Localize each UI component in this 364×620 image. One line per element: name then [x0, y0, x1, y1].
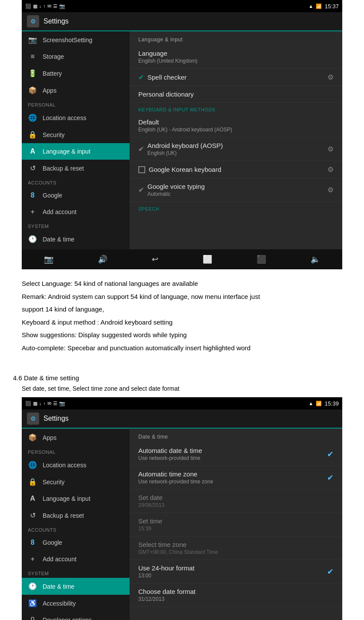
voicetyping-settings-icon[interactable]: ⚙ [327, 186, 334, 194]
panel-section-title-1: Language & input [130, 31, 342, 45]
panel-item-spellchecker[interactable]: ✔ Spell checker ⚙ [130, 69, 342, 86]
use24h-texts: Use 24-hour format 13:00 [138, 564, 194, 579]
sidebar-item-language[interactable]: A Language & input [22, 143, 130, 160]
battery-label: Battery [43, 70, 62, 77]
screenshot-label: ScreenshotSetting [43, 37, 92, 44]
default-texts: Default English (UK) - Android keyboard … [138, 118, 232, 133]
panel-item-default[interactable]: Default English (UK) - Android keyboard … [130, 114, 342, 137]
storage-icon: ≡ [28, 53, 37, 60]
autozone-title: Automatic time zone [138, 470, 213, 478]
desc-line-6: Auto-complete: Specebar and punctuation … [22, 342, 351, 354]
sidebar2-item-addaccount[interactable]: + Add account [22, 551, 130, 567]
status-icons-1: ⬛ ▦ ↓ ↑ ✉ ☰ 📷 [25, 3, 65, 9]
sidebar2-item-developer[interactable]: {} Developer options [22, 612, 130, 620]
dateformat-texts: Choose date format 31/12/2013 [138, 588, 196, 602]
spellchecker-settings-icon[interactable]: ⚙ [327, 73, 334, 81]
nav-home-btn[interactable]: ⬜ [203, 255, 212, 264]
personal-label-2: PERSONAL [22, 446, 130, 456]
settings-body-1: 📷 ScreenshotSetting ≡ Storage 🔋 Battery … [22, 31, 342, 249]
koreankb-checkbox[interactable] [138, 166, 145, 173]
panel2-item-autodate[interactable]: Automatic date & time Use network-provid… [130, 442, 342, 466]
sidebar-item-storage[interactable]: ≡ Storage [22, 48, 130, 65]
settings-title-1: Settings [43, 17, 69, 25]
sidebar-item-security[interactable]: 🔒 Security [22, 126, 130, 143]
panel2-item-dateformat[interactable]: Choose date format 31/12/2013 [130, 583, 342, 607]
panel-item-personaldict[interactable]: Personal dictionary [130, 86, 342, 103]
settings-icon-symbol-2: ⚙ [30, 415, 36, 422]
personaldict-texts: Personal dictionary [138, 90, 194, 98]
autodate-title: Automatic date & time [138, 447, 202, 454]
sidebar2-item-apps[interactable]: 📦 Apps [22, 429, 130, 446]
sidebar2-item-accessibility[interactable]: ♿ Accessibility [22, 595, 130, 612]
nav-recents-btn[interactable]: ⬛ [257, 255, 266, 264]
sidebar-item-location[interactable]: 🌐 Location access [22, 109, 130, 126]
language2-label: Language & input [43, 495, 90, 502]
sidebar2-item-google[interactable]: 8 Google [22, 534, 130, 551]
voicetyping-subtitle: Automatic [147, 191, 205, 197]
status-icon-6: ☰ [53, 3, 57, 9]
androidkb-check-icon: ✔ [138, 145, 144, 153]
settings-header-1: ⚙ Settings [22, 12, 342, 31]
main-panel-1: Language & input Language English (Unite… [130, 31, 342, 249]
koreankb-settings-icon[interactable]: ⚙ [327, 165, 334, 174]
sidebar-1: 📷 ScreenshotSetting ≡ Storage 🔋 Battery … [22, 31, 130, 249]
accounts-label-1: ACCOUNTS [22, 177, 130, 187]
section46-heading: 4.6 Date & time setting [13, 374, 351, 382]
datetime2-icon: 🕐 [28, 582, 37, 590]
panel2-item-autozone[interactable]: Automatic time zone Use network-provided… [130, 466, 342, 489]
sidebar-item-addaccount[interactable]: + Add account [22, 204, 130, 220]
nav-back-btn[interactable]: ↩ [152, 255, 158, 264]
location-icon: 🌐 [28, 114, 37, 122]
setdate-title: Set date [138, 494, 164, 501]
status-icon-4: ↑ [43, 3, 46, 9]
autodate-subtitle: Use network-provided time [138, 455, 202, 461]
timezone-texts: Select time zone GMT+08:00, China Standa… [138, 541, 218, 555]
accounts-label-2: ACCOUNTS [22, 524, 130, 534]
sidebar-item-screenshot[interactable]: 📷 ScreenshotSetting [22, 31, 130, 48]
default-subtitle: English (UK) - Android keyboard (AOSP) [138, 127, 232, 133]
sidebar2-item-location[interactable]: 🌐 Location access [22, 456, 130, 473]
main-panel-2: Date & time Automatic date & time Use ne… [130, 429, 342, 620]
koreankb-texts: Google Korean keyboard [149, 166, 221, 173]
sidebar2-item-security[interactable]: 🔒 Security [22, 473, 130, 490]
panel-item-koreankb[interactable]: Google Korean keyboard ⚙ [130, 161, 342, 178]
desc-line-2: Remark: Android system can support 54 ki… [22, 291, 351, 302]
autozone-check-icon: ✔ [327, 473, 334, 483]
nav-vol-btn[interactable]: 🔊 [98, 255, 107, 264]
desc-line-1: Select Language: 54 kind of national lan… [22, 278, 351, 289]
panel2-section-title: Date & time [130, 429, 342, 442]
panel2-item-settime: Set time 15:39 [130, 513, 342, 536]
panel-item-language[interactable]: Language English (United Kingdom) [130, 45, 342, 69]
status2-icon-2: ▦ [33, 401, 37, 406]
system-label-2: SYSTEM [22, 567, 130, 578]
sidebar2-item-language[interactable]: A Language & input [22, 490, 130, 507]
sidebar2-item-datetime[interactable]: 🕐 Date & time [22, 578, 130, 595]
nav-vol2-btn[interactable]: 🔈 [311, 255, 320, 264]
sidebar-item-apps[interactable]: 📦 Apps [22, 82, 130, 99]
time-display-2: 15:39 [324, 400, 339, 407]
description-section: Select Language: 54 kind of national lan… [0, 269, 364, 364]
sidebar-item-google[interactable]: 8 Google [22, 187, 130, 204]
spellchecker-check-icon: ✔ [138, 73, 144, 81]
androidkb-settings-icon[interactable]: ⚙ [327, 145, 334, 153]
panel-item-voicetyping[interactable]: ✔ Google voice typing Automatic ⚙ [130, 178, 342, 202]
personal-label-1: PERSONAL [22, 99, 130, 109]
sidebar-item-backup[interactable]: ↺ Backup & reset [22, 160, 130, 177]
addaccount-icon: + [28, 208, 37, 216]
sidebar-item-battery[interactable]: 🔋 Battery [22, 65, 130, 82]
androidkb-texts: Android keyboard (AOSP) English (UK) [147, 142, 223, 156]
panel2-item-use24h[interactable]: Use 24-hour format 13:00 ✔ [130, 560, 342, 583]
use24h-subtitle: 13:00 [138, 573, 194, 579]
language-item-subtitle: English (United Kingdom) [138, 58, 197, 64]
settings-body-2: 📦 Apps PERSONAL 🌐 Location access 🔒 Secu… [22, 429, 342, 620]
use24h-check-icon: ✔ [327, 567, 334, 576]
backup2-label: Backup & reset [43, 512, 84, 519]
sidebar2-item-backup[interactable]: ↺ Backup & reset [22, 507, 130, 524]
desc-line-3: support 14 kind of language, [22, 304, 351, 315]
nav-camera-btn[interactable]: 📷 [44, 255, 53, 264]
panel2-item-setdate: Set date 29/06/2013 [130, 489, 342, 513]
dateformat-title: Choose date format [138, 588, 196, 595]
sidebar-item-datetime[interactable]: 🕐 Date & time [22, 231, 130, 248]
settings-app-icon-1: ⚙ [27, 15, 39, 27]
panel-item-androidkb[interactable]: ✔ Android keyboard (AOSP) English (UK) ⚙ [130, 137, 342, 161]
